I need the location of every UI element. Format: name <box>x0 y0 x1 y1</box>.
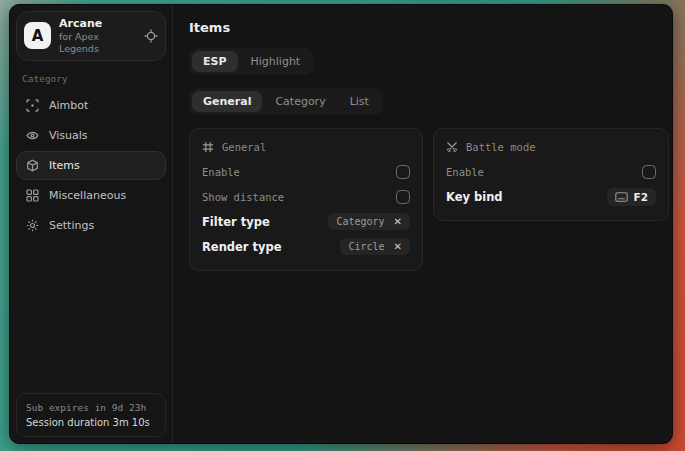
subscription-card: Sub expires in 9d 23h Session duration 3… <box>16 393 166 437</box>
filter-type-select[interactable]: Category ✕ <box>328 213 410 230</box>
panel-general: General Enable Show distance Filter type… <box>189 128 423 271</box>
sidebar-category-label: Category <box>22 73 160 84</box>
setting-row-battle-enable: Enable <box>446 159 656 184</box>
setting-row-show-distance: Show distance <box>202 184 410 209</box>
view-tab-group: General Category List <box>189 88 383 115</box>
sidebar: A Arcane for Apex Legends Category Aimbo <box>10 5 173 443</box>
setting-label: Enable <box>202 166 240 178</box>
select-value: Category <box>336 216 384 227</box>
tab-list[interactable]: List <box>339 91 380 112</box>
panel-title: Battle mode <box>466 141 536 153</box>
setting-label: Show distance <box>202 191 284 203</box>
setting-label: Enable <box>446 166 484 178</box>
panel-title: General <box>222 141 266 153</box>
sidebar-item-label: Settings <box>49 219 94 232</box>
render-type-select[interactable]: Circle ✕ <box>340 238 410 255</box>
keybind-button[interactable]: F2 <box>607 188 656 206</box>
main-content: Items ESP Highlight General Category Lis… <box>173 5 673 443</box>
brand-title: Arcane <box>59 17 136 31</box>
brand-subtitle: for Apex Legends <box>59 31 136 55</box>
sidebar-item-label: Visuals <box>49 129 88 142</box>
panel-battle-mode: Battle mode Enable Key bind <box>433 128 669 221</box>
enable-checkbox[interactable] <box>396 165 410 179</box>
grid-icon <box>26 189 39 202</box>
sidebar-item-miscellaneous[interactable]: Miscellaneous <box>16 181 166 210</box>
show-distance-checkbox[interactable] <box>396 190 410 204</box>
setting-row-render-type: Render type Circle ✕ <box>202 234 410 259</box>
panel-battle-header: Battle mode <box>446 141 656 153</box>
select-value: Circle <box>348 241 384 252</box>
sidebar-item-visuals[interactable]: Visuals <box>16 121 166 150</box>
locate-crosshair-icon[interactable] <box>144 29 158 43</box>
keybind-value: F2 <box>634 191 648 203</box>
page-title: Items <box>189 20 669 35</box>
tab-general[interactable]: General <box>192 91 262 112</box>
sidebar-spacer <box>16 241 166 394</box>
swords-icon <box>446 141 458 153</box>
panel-general-header: General <box>202 141 410 153</box>
eye-icon <box>26 129 39 142</box>
brand-text: Arcane for Apex Legends <box>59 17 136 55</box>
brand-logo: A <box>24 22 51 49</box>
keyboard-icon <box>615 192 628 202</box>
mode-tab-group: ESP Highlight <box>189 48 314 75</box>
panels-row: General Enable Show distance Filter type… <box>189 128 669 271</box>
tab-highlight[interactable]: Highlight <box>240 51 312 72</box>
clear-icon[interactable]: ✕ <box>394 217 402 227</box>
setting-row-enable: Enable <box>202 159 410 184</box>
setting-label: Key bind <box>446 190 503 204</box>
sidebar-item-items[interactable]: Items <box>16 151 166 180</box>
brand-card: A Arcane for Apex Legends <box>16 11 166 61</box>
sidebar-item-label: Aimbot <box>49 99 88 112</box>
clear-icon[interactable]: ✕ <box>394 242 402 252</box>
sidebar-item-label: Miscellaneous <box>49 189 126 202</box>
app-window: A Arcane for Apex Legends Category Aimbo <box>9 4 673 444</box>
grid-crosshair-icon <box>202 141 214 153</box>
sub-expires-text: Sub expires in 9d 23h <box>26 402 156 413</box>
package-icon <box>26 159 39 172</box>
sidebar-item-label: Items <box>49 159 80 172</box>
setting-row-filter-type: Filter type Category ✕ <box>202 209 410 234</box>
setting-row-key-bind: Key bind F2 <box>446 184 656 209</box>
sidebar-item-settings[interactable]: Settings <box>16 211 166 240</box>
setting-label: Filter type <box>202 215 270 229</box>
gear-icon <box>26 219 39 232</box>
crosshair-icon <box>26 99 39 112</box>
tab-category[interactable]: Category <box>264 91 336 112</box>
session-duration-text: Session duration 3m 10s <box>26 417 156 428</box>
setting-label: Render type <box>202 240 282 254</box>
battle-enable-checkbox[interactable] <box>642 165 656 179</box>
sidebar-item-aimbot[interactable]: Aimbot <box>16 91 166 120</box>
tab-esp[interactable]: ESP <box>192 51 238 72</box>
